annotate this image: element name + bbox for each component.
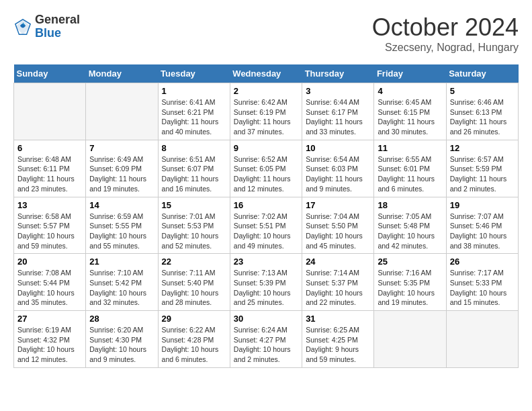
day-info: Sunrise: 6:55 AMSunset: 6:01 PMDaylight:… [378,154,442,194]
calendar-cell: 4Sunrise: 6:45 AMSunset: 6:15 PMDaylight… [374,83,446,140]
day-info: Sunrise: 6:25 AMSunset: 4:25 PMDaylight:… [306,325,370,365]
calendar-cell: 18Sunrise: 7:05 AMSunset: 5:48 PMDayligh… [374,197,446,254]
week-row-1: 1Sunrise: 6:41 AMSunset: 6:21 PMDaylight… [14,83,519,140]
day-info: Sunrise: 7:05 AMSunset: 5:48 PMDaylight:… [378,212,442,251]
day-number: 15 [162,200,226,210]
week-row-2: 6Sunrise: 6:48 AMSunset: 6:11 PMDaylight… [14,140,519,197]
day-info: Sunrise: 6:44 AMSunset: 6:17 PMDaylight:… [306,97,370,137]
day-info: Sunrise: 7:02 AMSunset: 5:51 PMDaylight:… [234,212,298,251]
day-number: 10 [306,143,370,153]
calendar-cell [446,311,518,368]
logo: General Blue [13,13,80,40]
calendar-cell: 25Sunrise: 7:16 AMSunset: 5:35 PMDayligh… [374,254,446,311]
day-number: 12 [450,143,515,153]
day-info: Sunrise: 6:46 AMSunset: 6:13 PMDaylight:… [450,97,515,137]
day-info: Sunrise: 7:16 AMSunset: 5:35 PMDaylight:… [378,268,442,308]
day-number: 7 [89,143,154,153]
day-number: 5 [450,86,515,96]
calendar-cell: 7Sunrise: 6:49 AMSunset: 6:09 PMDaylight… [86,140,158,197]
calendar-cell: 6Sunrise: 6:48 AMSunset: 6:11 PMDaylight… [14,140,86,197]
day-number: 6 [17,143,82,153]
calendar-cell: 21Sunrise: 7:10 AMSunset: 5:42 PMDayligh… [86,254,158,311]
day-info: Sunrise: 7:14 AMSunset: 5:37 PMDaylight:… [306,268,370,308]
day-info: Sunrise: 7:13 AMSunset: 5:39 PMDaylight:… [234,268,298,308]
day-number: 1 [162,86,226,96]
calendar-cell: 20Sunrise: 7:08 AMSunset: 5:44 PMDayligh… [14,254,86,311]
day-info: Sunrise: 6:41 AMSunset: 6:21 PMDaylight:… [162,97,226,137]
logo-general: General [35,13,80,27]
day-info: Sunrise: 7:04 AMSunset: 5:50 PMDaylight:… [306,212,370,251]
day-number: 27 [17,314,82,324]
location: Szecseny, Nograd, Hungary [372,42,519,54]
calendar-cell: 28Sunrise: 6:20 AMSunset: 4:30 PMDayligh… [86,311,158,368]
day-number: 22 [162,257,226,267]
week-row-4: 20Sunrise: 7:08 AMSunset: 5:44 PMDayligh… [14,254,519,311]
calendar-cell: 15Sunrise: 7:01 AMSunset: 5:53 PMDayligh… [158,197,230,254]
calendar-cell: 11Sunrise: 6:55 AMSunset: 6:01 PMDayligh… [374,140,446,197]
day-info: Sunrise: 6:19 AMSunset: 4:32 PMDaylight:… [17,325,82,365]
day-number: 29 [162,314,226,324]
header-row: SundayMondayTuesdayWednesdayThursdayFrid… [14,64,519,83]
day-info: Sunrise: 7:07 AMSunset: 5:46 PMDaylight:… [450,212,515,251]
col-header-friday: Friday [374,64,446,83]
day-number: 14 [89,200,154,210]
day-number: 13 [17,200,82,210]
calendar-cell [86,83,158,140]
calendar-cell: 13Sunrise: 6:58 AMSunset: 5:57 PMDayligh… [14,197,86,254]
col-header-sunday: Sunday [14,64,86,83]
day-info: Sunrise: 6:57 AMSunset: 5:59 PMDaylight:… [450,154,515,194]
day-number: 2 [234,86,298,96]
day-number: 23 [234,257,298,267]
day-info: Sunrise: 7:08 AMSunset: 5:44 PMDaylight:… [17,268,82,308]
calendar-cell: 19Sunrise: 7:07 AMSunset: 5:46 PMDayligh… [446,197,518,254]
calendar-cell: 5Sunrise: 6:46 AMSunset: 6:13 PMDaylight… [446,83,518,140]
calendar-table: SundayMondayTuesdayWednesdayThursdayFrid… [13,64,519,368]
calendar-cell: 31Sunrise: 6:25 AMSunset: 4:25 PMDayligh… [302,311,374,368]
col-header-tuesday: Tuesday [158,64,230,83]
calendar-cell: 23Sunrise: 7:13 AMSunset: 5:39 PMDayligh… [230,254,302,311]
day-number: 16 [234,200,298,210]
day-info: Sunrise: 6:20 AMSunset: 4:30 PMDaylight:… [89,325,154,365]
col-header-thursday: Thursday [302,64,374,83]
calendar-cell: 14Sunrise: 6:59 AMSunset: 5:55 PMDayligh… [86,197,158,254]
day-number: 8 [162,143,226,153]
calendar-cell: 8Sunrise: 6:51 AMSunset: 6:07 PMDaylight… [158,140,230,197]
title-block: October 2024 Szecseny, Nograd, Hungary [372,13,519,54]
day-info: Sunrise: 7:01 AMSunset: 5:53 PMDaylight:… [162,212,226,251]
col-header-monday: Monday [86,64,158,83]
col-header-saturday: Saturday [446,64,518,83]
calendar-cell [374,311,446,368]
day-number: 24 [306,257,370,267]
day-info: Sunrise: 6:59 AMSunset: 5:55 PMDaylight:… [89,212,154,251]
day-info: Sunrise: 6:58 AMSunset: 5:57 PMDaylight:… [17,212,82,251]
day-number: 9 [234,143,298,153]
day-number: 20 [17,257,82,267]
day-number: 17 [306,200,370,210]
day-number: 21 [89,257,154,267]
day-number: 19 [450,200,515,210]
day-info: Sunrise: 7:10 AMSunset: 5:42 PMDaylight:… [89,268,154,308]
day-info: Sunrise: 6:52 AMSunset: 6:05 PMDaylight:… [234,154,298,194]
day-info: Sunrise: 6:51 AMSunset: 6:07 PMDaylight:… [162,154,226,194]
calendar-cell: 16Sunrise: 7:02 AMSunset: 5:51 PMDayligh… [230,197,302,254]
day-info: Sunrise: 6:54 AMSunset: 6:03 PMDaylight:… [306,154,370,194]
calendar-cell: 9Sunrise: 6:52 AMSunset: 6:05 PMDaylight… [230,140,302,197]
day-number: 30 [234,314,298,324]
day-number: 3 [306,86,370,96]
day-number: 11 [378,143,442,153]
calendar-cell: 3Sunrise: 6:44 AMSunset: 6:17 PMDaylight… [302,83,374,140]
day-number: 25 [378,257,442,267]
month-title: October 2024 [372,13,519,42]
week-row-3: 13Sunrise: 6:58 AMSunset: 5:57 PMDayligh… [14,197,519,254]
day-info: Sunrise: 6:24 AMSunset: 4:27 PMDaylight:… [234,325,298,365]
day-number: 4 [378,86,442,96]
day-info: Sunrise: 7:11 AMSunset: 5:40 PMDaylight:… [162,268,226,308]
calendar-cell: 30Sunrise: 6:24 AMSunset: 4:27 PMDayligh… [230,311,302,368]
day-number: 28 [89,314,154,324]
calendar-cell: 10Sunrise: 6:54 AMSunset: 6:03 PMDayligh… [302,140,374,197]
calendar-cell: 29Sunrise: 6:22 AMSunset: 4:28 PMDayligh… [158,311,230,368]
day-info: Sunrise: 6:22 AMSunset: 4:28 PMDaylight:… [162,325,226,365]
calendar-cell: 24Sunrise: 7:14 AMSunset: 5:37 PMDayligh… [302,254,374,311]
day-info: Sunrise: 6:42 AMSunset: 6:19 PMDaylight:… [234,97,298,137]
calendar-cell [14,83,86,140]
